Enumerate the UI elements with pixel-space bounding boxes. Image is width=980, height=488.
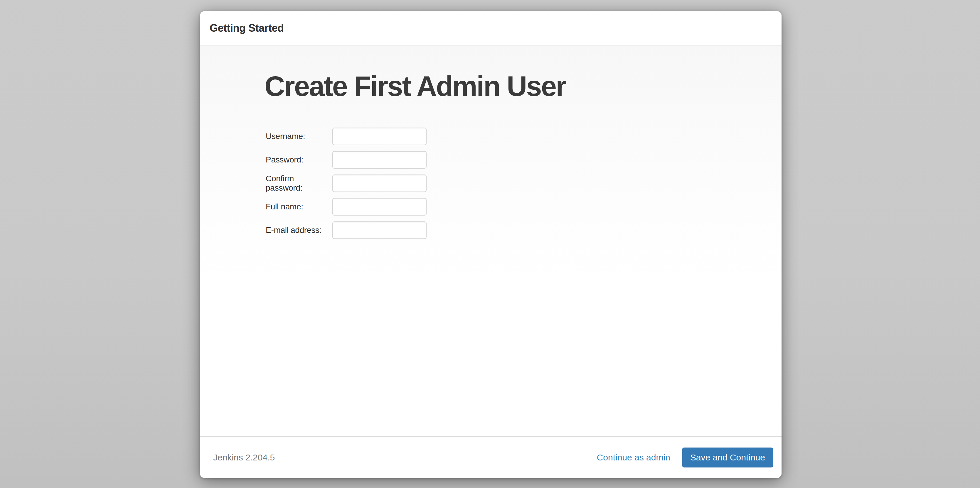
dialog-title: Getting Started (210, 22, 284, 34)
form-row-username: Username: (266, 128, 781, 145)
username-input[interactable] (332, 128, 426, 145)
username-label: Username: (266, 132, 332, 141)
password-label: Password: (266, 155, 332, 165)
form-row-confirm-password: Confirm password: (266, 174, 781, 192)
confirm-password-label: Confirm password: (266, 174, 332, 193)
save-and-continue-button[interactable]: Save and Continue (682, 448, 773, 467)
form-row-password: Password: (266, 151, 781, 169)
dialog-header: Getting Started (200, 11, 781, 46)
email-input[interactable] (332, 222, 426, 239)
form-row-full-name: Full name: (266, 198, 781, 215)
dialog-body: Create First Admin User Username: Passwo… (200, 46, 781, 436)
dialog-footer: Jenkins 2.204.5 Continue as admin Save a… (200, 436, 781, 478)
getting-started-dialog: Getting Started Create First Admin User … (200, 11, 781, 478)
continue-as-admin-link[interactable]: Continue as admin (597, 453, 670, 463)
full-name-label: Full name: (266, 202, 332, 211)
footer-actions: Continue as admin Save and Continue (597, 448, 773, 467)
page-title: Create First Admin User (264, 70, 781, 102)
jenkins-version-label: Jenkins 2.204.5 (213, 453, 275, 463)
confirm-password-input[interactable] (332, 174, 426, 192)
password-input[interactable] (332, 151, 426, 169)
full-name-input[interactable] (332, 198, 426, 215)
email-label: E-mail address: (266, 225, 332, 235)
create-admin-form: Username: Password: Confirm password: Fu… (266, 128, 781, 239)
form-row-email: E-mail address: (266, 222, 781, 239)
